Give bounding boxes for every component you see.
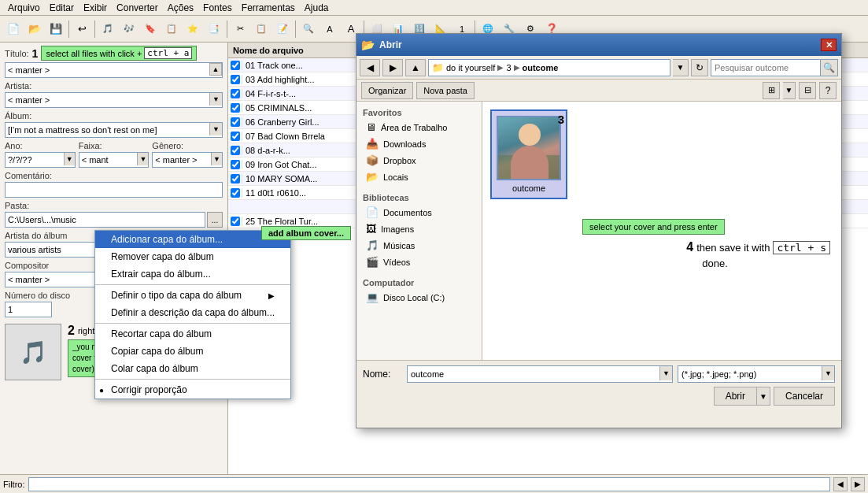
context-menu-item-copy-cover[interactable]: Copiar capa do álbum	[95, 343, 290, 360]
dialog-back-btn[interactable]: ◀	[360, 59, 380, 76]
context-menu-item-paste-cover[interactable]: Colar capa do álbum	[95, 360, 290, 377]
filtro-prev-btn[interactable]: ◀	[833, 477, 848, 491]
dialog-help-btn[interactable]: ?	[819, 82, 837, 99]
imagens-label: Imagens	[381, 224, 414, 234]
ano-label: Ano:	[5, 141, 76, 150]
album-field-row: Álbum: [I'm not a mattress so don't rest…	[5, 111, 223, 138]
faixa-select[interactable]: < mant	[79, 152, 150, 168]
toolbar-btn-10[interactable]: 🔍	[298, 19, 319, 39]
context-menu-item-add-cover[interactable]: Adicionar capa do álbum...	[95, 231, 290, 248]
context-menu-item-cut-cover[interactable]: Recortar capa do álbum	[95, 325, 290, 343]
dialog-search-input[interactable]	[711, 59, 821, 76]
album-select[interactable]: [I'm not a mattress so don't rest on me]	[5, 122, 223, 138]
save-btn[interactable]: 💾	[46, 19, 66, 39]
artista-field-row: Artista: < manter > ▼	[5, 81, 223, 108]
dialog-up-btn[interactable]: ▲	[405, 59, 426, 76]
artista-select[interactable]: < manter >	[5, 92, 223, 108]
file-dialog: 📂 Abrir ✕ ◀ ▶ ▲ 📁 do it yourself ▶ 3 ▶ o…	[356, 33, 842, 428]
menubar-item-acoes[interactable]: Ações	[163, 1, 198, 15]
menubar-item-ferramentas[interactable]: Ferramentas	[237, 1, 300, 15]
artista-label: Artista:	[5, 81, 223, 91]
abrir-btn[interactable]: Abrir	[714, 387, 756, 406]
dialog-icon: 📂	[361, 39, 375, 51]
sidebar-item-documentos[interactable]: 📄 Documentos	[356, 204, 482, 221]
toolbar-btn-6[interactable]: 📑	[204, 19, 224, 39]
pasta-input[interactable]	[5, 212, 205, 228]
context-menu-item-extract-cover[interactable]: Extrair capa do álbum...	[95, 265, 290, 283]
context-menu-item-fix-ratio[interactable]: ● Corrigir proporção	[95, 381, 290, 398]
menubar-item-converter[interactable]: Converter	[112, 1, 163, 15]
album-art-area[interactable]: 🎵	[5, 324, 61, 380]
ano-select[interactable]: ?/?/??	[5, 152, 76, 168]
sidebar-item-imagens[interactable]: 🖼 Imagens	[356, 221, 482, 237]
sidebar-item-dropbox[interactable]: 📦 Dropbox	[356, 152, 482, 169]
file-item-name: outcome	[512, 183, 545, 193]
numero-disco-input[interactable]	[5, 302, 52, 317]
toolbar-btn-11[interactable]: A	[319, 19, 340, 39]
titulo-field-row: Título: 1 select all files with click + …	[5, 46, 223, 78]
pasta-label: Pasta:	[5, 201, 223, 210]
toolbar-btn-8[interactable]: 📋	[251, 19, 271, 39]
new-btn[interactable]: 📄	[3, 19, 24, 39]
organize-btn[interactable]: Organizar	[361, 82, 413, 99]
path-part-2: 3	[506, 63, 511, 72]
undo-btn[interactable]: ↩	[72, 19, 92, 39]
album-label: Álbum:	[5, 111, 223, 120]
locais-label: Locais	[383, 172, 408, 182]
genero-select[interactable]: < manter >	[152, 152, 223, 168]
filtro-next-btn[interactable]: ▶	[851, 477, 865, 491]
toolbar-btn-4[interactable]: 📋	[161, 19, 182, 39]
new-folder-btn[interactable]: Nova pasta	[416, 82, 475, 99]
dialog-pane-btn[interactable]: ⊟	[799, 82, 816, 99]
comentario-input[interactable]	[5, 182, 223, 198]
toolbar-btn-2[interactable]: 🎶	[119, 19, 139, 39]
menubar-item-ajuda[interactable]: Ajuda	[300, 1, 334, 15]
dialog-type-select[interactable]: (*.jpg; *.jpeg; *.png)	[678, 365, 835, 383]
filtro-input[interactable]	[28, 477, 831, 491]
sidebar-item-downloads[interactable]: 📥 Downloads	[356, 135, 482, 152]
imagens-icon: 🖼	[366, 223, 376, 235]
context-menu-item-set-desc[interactable]: Definir a descrição da capa do álbum...	[95, 304, 290, 321]
toolbar-btn-1[interactable]: 🎵	[98, 19, 118, 39]
dialog-view-dropdown-btn[interactable]: ▼	[783, 82, 796, 99]
context-menu-item-set-type[interactable]: Definir o tipo da capa do álbum ▶	[95, 287, 290, 304]
dialog-forward-btn[interactable]: ▶	[382, 59, 403, 76]
toolbar-btn-3[interactable]: 🔖	[140, 19, 161, 39]
titulo-input[interactable]	[5, 62, 223, 78]
abrir-dropdown-btn[interactable]: ▼	[756, 387, 770, 406]
comentario-field-row: Comentário:	[5, 171, 223, 198]
cancelar-btn[interactable]: Cancelar	[774, 387, 835, 406]
file-item-outcome[interactable]: outcome 3	[490, 109, 567, 199]
faixa-field-row: Faixa: < mant ▼	[79, 141, 150, 168]
dialog-refresh-btn[interactable]: ↻	[691, 59, 708, 76]
step2-number: 2	[68, 324, 75, 338]
file-thumbnail	[497, 116, 561, 180]
computador-section: Computador 💻 Disco Local (C:)	[356, 275, 482, 306]
dialog-close-btn[interactable]: ✕	[821, 39, 837, 51]
open-btn[interactable]: 📂	[24, 19, 45, 39]
musicas-label: Músicas	[383, 241, 415, 250]
dropbox-label: Dropbox	[383, 156, 416, 165]
toolbar-btn-9[interactable]: 📝	[272, 19, 293, 39]
toolbar-btn-7[interactable]: ✂	[230, 19, 250, 39]
sidebar-item-desktop[interactable]: 🖥 Área de Trabalho	[356, 119, 482, 135]
sidebar-item-musicas[interactable]: 🎵 Músicas	[356, 237, 482, 254]
context-menu-item-remove-cover[interactable]: Remover capa do álbum	[95, 248, 290, 265]
ano-field-row: Ano: ?/?/?? ▼	[5, 141, 76, 168]
menubar-item-fontes[interactable]: Fontes	[198, 1, 237, 15]
menubar-item-editar[interactable]: Editar	[45, 1, 79, 15]
sidebar-item-locais[interactable]: 📂 Locais	[356, 169, 482, 185]
dialog-view-btn[interactable]: ⊞	[763, 82, 780, 99]
toolbar-btn-5[interactable]: ⭐	[183, 19, 203, 39]
dialog-search-btn[interactable]: 🔍	[821, 59, 838, 76]
dialog-name-select[interactable]: outcome	[407, 365, 673, 383]
menubar-item-arquivo[interactable]: Arquivo	[3, 1, 45, 15]
sidebar-item-videos[interactable]: 🎬 Vídeos	[356, 254, 482, 270]
pasta-browse-btn[interactable]: ...	[207, 212, 223, 228]
filtro-label: Filtro:	[3, 480, 25, 489]
menubar-item-exibir[interactable]: Exibir	[79, 1, 112, 15]
genero-field-row: Gênero: < manter > ▼	[152, 141, 223, 168]
dialog-path-dropdown-btn[interactable]: ▼	[673, 59, 689, 76]
dialog-file-area: outcome 3	[482, 102, 841, 360]
sidebar-item-disco-local[interactable]: 💻 Disco Local (C:)	[356, 289, 482, 306]
